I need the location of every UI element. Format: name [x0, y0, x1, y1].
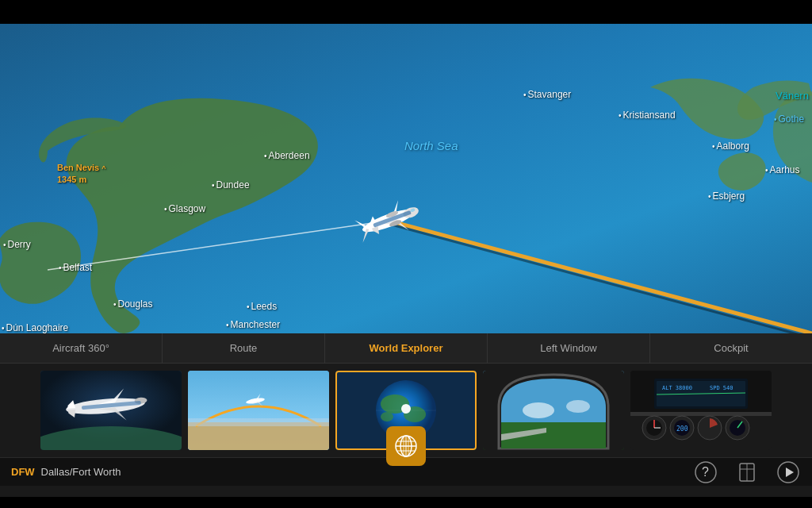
city-glasgow: Glasgow [164, 203, 205, 214]
svg-point-50 [566, 400, 590, 413]
main-container: North Sea Vänern Stavanger Kristiansand … [0, 24, 812, 497]
thumb-worldexplorer-holder [335, 371, 477, 450]
city-douglas: Douglas [113, 298, 153, 310]
ben-nevis-label: Ben Nevis ^ 1345 m [57, 162, 106, 185]
bookmark-button[interactable] [734, 460, 760, 485]
status-icons: ? [693, 460, 801, 485]
svg-text:200: 200 [676, 425, 688, 433]
world-explorer-icon-button[interactable] [386, 426, 426, 466]
city-kristiansand: Kristiansand [619, 110, 676, 121]
svg-point-35 [381, 412, 393, 421]
thumb-aircraft360[interactable] [40, 371, 182, 450]
svg-text:SPD 540: SPD 540 [710, 385, 733, 391]
city-esbjerg: Esbjerg [708, 190, 745, 202]
svg-text:ALT 38000: ALT 38000 [662, 385, 692, 391]
airport-code: DFW [11, 466, 35, 478]
globe-icon [393, 433, 419, 460]
thumb-cockpit[interactable]: 200 ALT 38000 SPD 540 [630, 371, 772, 450]
mountain-elevation: 1345 m [57, 175, 86, 184]
thumb-aircraft-icon [40, 371, 182, 450]
svg-rect-17 [40, 371, 182, 422]
play-icon [777, 461, 799, 483]
svg-point-36 [401, 404, 411, 414]
city-dun-laoghaire: Dún Laoghaire [2, 322, 68, 333]
svg-point-49 [523, 402, 554, 418]
svg-rect-54 [630, 412, 772, 416]
city-stavanger: Stavanger [523, 89, 571, 100]
thumb-leftwindow[interactable] [483, 371, 624, 450]
thumb-window-icon [483, 371, 624, 450]
bottom-panel: Aircraft 360° Route World Explorer Left … [0, 333, 812, 497]
mountain-name: Ben Nevis [57, 163, 99, 172]
help-button[interactable]: ? [693, 460, 718, 485]
tab-leftwindow[interactable]: Left Window [488, 333, 650, 363]
tab-route[interactable]: Route [163, 333, 325, 363]
city-aarhus: Aarhus [765, 164, 800, 175]
airport-name: Dallas/Fort Worth [41, 466, 121, 478]
bookmark-icon [736, 461, 758, 483]
svg-text:?: ? [702, 465, 709, 479]
bottom-letterbox [0, 497, 812, 508]
city-gothenburg: Gothe [774, 114, 804, 125]
city-aberdeen: Aberdeen [264, 150, 310, 161]
tab-bar: Aircraft 360° Route World Explorer Left … [0, 333, 812, 364]
help-icon: ? [695, 461, 717, 483]
tab-worldexplorer[interactable]: World Explorer [325, 333, 488, 363]
city-manchester: Manchester [226, 319, 280, 330]
tab-cockpit[interactable]: Cockpit [650, 333, 812, 363]
city-dundee: Dundee [212, 179, 250, 190]
map-area: North Sea Vänern Stavanger Kristiansand … [0, 24, 812, 333]
city-leeds: Leeds [247, 301, 277, 312]
top-letterbox [0, 0, 812, 24]
thumbnail-row: 200 ALT 38000 SPD 540 [0, 364, 812, 457]
thumb-route[interactable] [188, 371, 329, 450]
mountain-caret: ^ [102, 164, 105, 172]
svg-marker-77 [786, 468, 794, 477]
play-button[interactable] [776, 460, 801, 485]
city-belfast: Belfast [59, 262, 92, 273]
vanern-label: Vänern [776, 90, 809, 102]
svg-rect-27 [188, 418, 329, 426]
north-sea-label: North Sea [404, 139, 458, 152]
city-aalborg: Aalborg [712, 140, 749, 152]
land-svg [0, 24, 812, 333]
svg-rect-26 [188, 422, 329, 450]
thumb-route-icon [188, 371, 329, 450]
city-derry: Derry [3, 239, 31, 250]
thumb-cockpit-icon: 200 ALT 38000 SPD 540 [630, 371, 772, 450]
tab-aircraft360[interactable]: Aircraft 360° [0, 333, 163, 363]
